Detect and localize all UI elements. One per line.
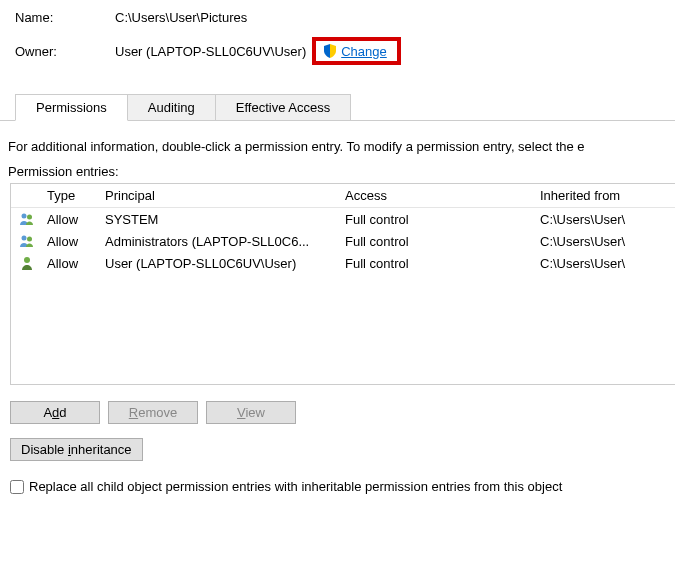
col-header-access[interactable]: Access — [337, 184, 532, 208]
cell-type: Allow — [39, 230, 97, 252]
owner-value: User (LAPTOP-SLL0C6UV\User) — [115, 44, 306, 59]
change-highlight: Change — [312, 37, 401, 65]
table-row[interactable]: AllowUser (LAPTOP-SLL0C6UV\User)Full con… — [11, 252, 675, 274]
cell-access: Full control — [337, 230, 532, 252]
help-text: For additional information, double-click… — [8, 139, 660, 154]
entries-label: Permission entries: — [8, 164, 660, 179]
cell-principal: SYSTEM — [97, 208, 337, 231]
tab-permissions[interactable]: Permissions — [15, 94, 128, 121]
shield-icon — [322, 43, 338, 59]
principal-icon — [11, 208, 39, 231]
svg-point-2 — [22, 236, 27, 241]
col-header-type[interactable]: Type — [39, 184, 97, 208]
cell-inherited: C:\Users\User\ — [532, 208, 675, 231]
table-row[interactable]: AllowAdministrators (LAPTOP-SLL0C6...Ful… — [11, 230, 675, 252]
replace-child-entries-checkbox[interactable] — [10, 480, 24, 494]
permission-table: Type Principal Access Inherited from All… — [10, 183, 675, 385]
col-header-principal[interactable]: Principal — [97, 184, 337, 208]
cell-type: Allow — [39, 252, 97, 274]
col-header-inherited[interactable]: Inherited from — [532, 184, 675, 208]
svg-point-0 — [22, 214, 27, 219]
owner-label: Owner: — [15, 44, 115, 59]
add-button[interactable]: Add — [10, 401, 100, 424]
svg-point-1 — [27, 215, 32, 220]
cell-access: Full control — [337, 208, 532, 231]
name-value: C:\Users\User\Pictures — [115, 10, 247, 25]
replace-child-entries-label: Replace all child object permission entr… — [29, 479, 562, 494]
principal-icon — [11, 252, 39, 274]
name-label: Name: — [15, 10, 115, 25]
remove-button[interactable]: Remove — [108, 401, 198, 424]
svg-point-3 — [27, 237, 32, 242]
cell-inherited: C:\Users\User\ — [532, 230, 675, 252]
disable-inheritance-button[interactable]: Disable inheritance — [10, 438, 143, 461]
cell-inherited: C:\Users\User\ — [532, 252, 675, 274]
cell-principal: User (LAPTOP-SLL0C6UV\User) — [97, 252, 337, 274]
table-row[interactable]: AllowSYSTEMFull controlC:\Users\User\ — [11, 208, 675, 231]
principal-icon — [11, 230, 39, 252]
tab-auditing[interactable]: Auditing — [127, 94, 216, 121]
change-owner-link[interactable]: Change — [341, 44, 387, 59]
svg-point-4 — [24, 257, 30, 263]
cell-access: Full control — [337, 252, 532, 274]
cell-type: Allow — [39, 208, 97, 231]
view-button[interactable]: View — [206, 401, 296, 424]
tab-effective-access[interactable]: Effective Access — [215, 94, 351, 121]
cell-principal: Administrators (LAPTOP-SLL0C6... — [97, 230, 337, 252]
